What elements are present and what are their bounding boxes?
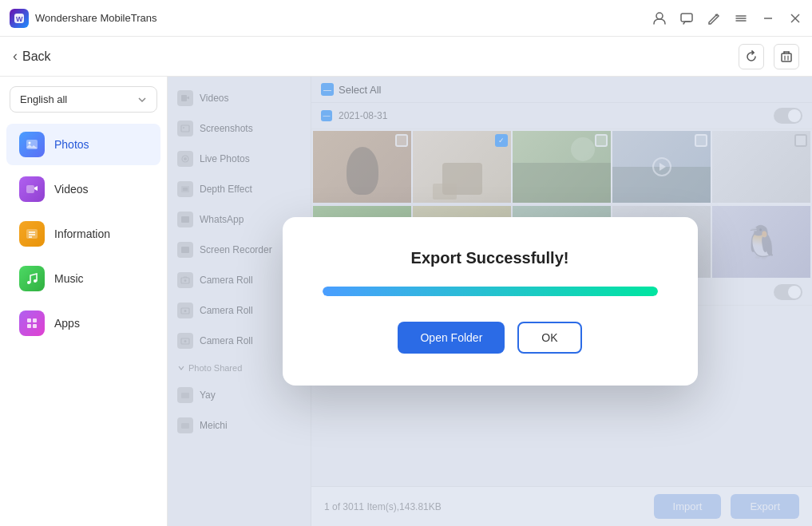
svg-rect-3: [681, 14, 692, 22]
photos-icon: [19, 132, 45, 157]
title-bar: W Wondershare MobileTrans: [0, 0, 812, 37]
sidebar-item-videos[interactable]: Videos: [6, 168, 160, 210]
progress-bar-fill: [323, 287, 658, 296]
export-success-modal: Export Successfully! Open Folder OK: [283, 217, 698, 386]
language-dropdown[interactable]: English all: [10, 86, 157, 113]
nav-actions: [739, 44, 799, 69]
svg-point-17: [29, 142, 31, 144]
photos-label: Photos: [54, 138, 89, 151]
ok-button[interactable]: OK: [517, 322, 581, 354]
user-icon[interactable]: [652, 11, 667, 26]
music-label: Music: [54, 272, 84, 285]
information-icon: [19, 221, 45, 247]
svg-rect-25: [27, 318, 31, 322]
minimize-button[interactable]: [761, 11, 775, 26]
close-button[interactable]: [788, 11, 802, 26]
edit-icon[interactable]: [707, 11, 721, 26]
information-label: Information: [54, 227, 110, 240]
svg-point-24: [34, 279, 37, 283]
sidebar-item-music[interactable]: Music: [6, 258, 160, 299]
sidebar-item-information[interactable]: Information: [6, 213, 160, 255]
svg-text:W: W: [16, 15, 23, 23]
title-bar-left: W Wondershare MobileTrans: [10, 9, 156, 28]
svg-point-2: [656, 13, 663, 19]
svg-rect-26: [33, 318, 37, 322]
app-logo: W: [10, 9, 29, 28]
sidebar: English all Photos Videos: [0, 77, 168, 526]
dropdown-label: English all: [20, 93, 67, 105]
delete-button[interactable]: [774, 44, 799, 69]
app-title: Wondershare MobileTrans: [35, 12, 156, 24]
sidebar-item-photos[interactable]: Photos: [6, 124, 160, 165]
svg-rect-10: [782, 53, 791, 61]
modal-overlay: Export Successfully! Open Folder OK: [168, 77, 812, 526]
svg-rect-18: [26, 185, 34, 193]
back-label: Back: [22, 49, 51, 64]
back-button[interactable]: ‹ Back: [13, 48, 51, 65]
main-layout: English all Photos Videos: [0, 77, 812, 526]
title-bar-controls: [652, 11, 802, 26]
svg-rect-27: [27, 324, 31, 328]
back-arrow-icon: ‹: [13, 48, 18, 65]
refresh-button[interactable]: [739, 44, 764, 69]
chevron-down-icon: [137, 95, 147, 105]
videos-label: Videos: [54, 183, 89, 196]
progress-bar-container: [323, 287, 658, 296]
videos-icon: [19, 176, 45, 202]
content-area: Videos Screenshots Live Photos Depth Eff…: [168, 77, 812, 526]
menu-icon[interactable]: [734, 11, 748, 26]
open-folder-button[interactable]: Open Folder: [398, 322, 505, 354]
nav-bar: ‹ Back: [0, 37, 812, 77]
chat-icon[interactable]: [679, 11, 694, 26]
svg-point-23: [27, 281, 30, 284]
sidebar-item-apps[interactable]: Apps: [6, 303, 160, 344]
music-icon: [19, 266, 45, 291]
svg-rect-28: [33, 324, 37, 328]
apps-label: Apps: [54, 317, 80, 330]
modal-buttons: Open Folder OK: [398, 322, 581, 354]
apps-icon: [19, 310, 45, 336]
modal-title: Export Successfully!: [411, 249, 569, 267]
